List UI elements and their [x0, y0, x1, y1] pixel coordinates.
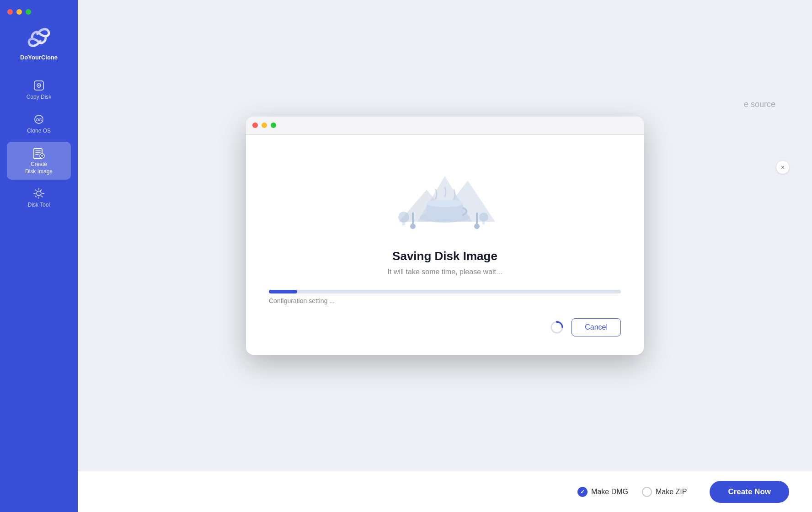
- make-dmg-radio[interactable]: [577, 487, 588, 497]
- svg-rect-14: [482, 216, 485, 224]
- sidebar-item-disk-tool-label: Disk Tool: [28, 202, 50, 209]
- sidebar-item-create-disk-image-label: CreateDisk Image: [25, 161, 53, 175]
- make-dmg-label: Make DMG: [591, 488, 628, 496]
- modal-close-button[interactable]: [252, 123, 258, 128]
- sidebar-item-copy-disk[interactable]: Copy Disk: [7, 75, 71, 106]
- traffic-light-red[interactable]: [7, 9, 13, 15]
- svg-rect-21: [476, 213, 478, 227]
- progress-container: Configuration setting ...: [269, 290, 621, 304]
- sidebar: DoYourClone Copy Disk OS Clone OS: [0, 0, 78, 512]
- svg-point-7: [37, 191, 41, 196]
- svg-text:OS: OS: [36, 117, 42, 122]
- sidebar-item-copy-disk-label: Copy Disk: [27, 94, 52, 101]
- disk-tool-icon: [32, 187, 45, 200]
- modal-actions: Cancel: [269, 318, 621, 336]
- sidebar-item-clone-os[interactable]: OS Clone OS: [7, 108, 71, 139]
- svg-rect-12: [402, 216, 405, 225]
- bottom-bar: Make DMG Make ZIP Create Now: [78, 471, 812, 512]
- make-dmg-option[interactable]: Make DMG: [577, 487, 628, 497]
- modal-minimize-button[interactable]: [262, 123, 267, 128]
- svg-rect-16: [412, 213, 414, 227]
- progress-bar-fill: [269, 290, 297, 293]
- main-panel: e source ×: [78, 0, 812, 471]
- svg-point-23: [556, 321, 558, 323]
- make-zip-radio[interactable]: [642, 487, 652, 497]
- app-name-label: DoYourClone: [20, 54, 58, 61]
- progress-bar-background: [269, 290, 621, 293]
- cancel-button[interactable]: Cancel: [572, 318, 621, 336]
- traffic-light-green[interactable]: [26, 9, 31, 15]
- modal-titlebar: [246, 117, 644, 135]
- clone-os-icon: OS: [32, 113, 45, 126]
- loading-spinner: [550, 320, 564, 335]
- traffic-lights: [0, 9, 31, 15]
- svg-point-2: [38, 85, 40, 86]
- progress-status-text: Configuration setting ...: [269, 297, 621, 304]
- traffic-light-yellow[interactable]: [16, 9, 22, 15]
- modal-body: Saving Disk Image It will take some time…: [246, 135, 644, 355]
- main-area: e source ×: [78, 0, 812, 512]
- make-zip-option[interactable]: Make ZIP: [642, 487, 687, 497]
- copy-disk-icon: [32, 79, 45, 92]
- saving-disk-image-modal: Saving Disk Image It will take some time…: [246, 117, 644, 355]
- create-now-button[interactable]: Create Now: [710, 481, 789, 503]
- svg-point-19: [427, 200, 463, 207]
- sidebar-item-create-disk-image[interactable]: CreateDisk Image: [7, 142, 71, 180]
- sidebar-nav: Copy Disk OS Clone OS CreateDisk Image: [0, 75, 78, 213]
- modal-title: Saving Disk Image: [392, 249, 497, 263]
- make-zip-label: Make ZIP: [656, 488, 687, 496]
- modal-subtitle: It will take some time, please wait...: [388, 268, 502, 276]
- app-logo: [25, 24, 53, 51]
- modal-overlay: Saving Disk Image It will take some time…: [78, 0, 812, 471]
- create-disk-image-icon: [32, 146, 45, 159]
- modal-illustration: [390, 149, 500, 240]
- sidebar-item-disk-tool[interactable]: Disk Tool: [7, 182, 71, 213]
- modal-fullscreen-button[interactable]: [271, 123, 276, 128]
- sidebar-item-clone-os-label: Clone OS: [27, 128, 51, 135]
